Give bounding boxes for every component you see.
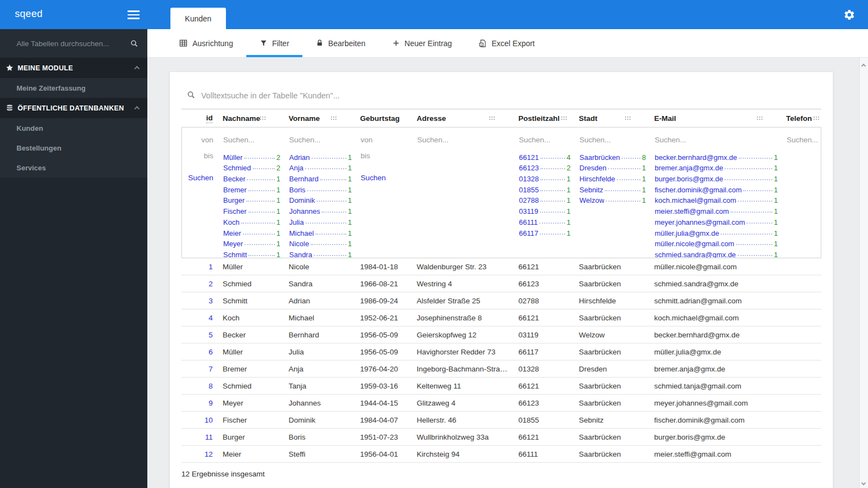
facet-stadt[interactable]: Sebnitz 1 — [579, 183, 646, 194]
facet-email[interactable]: fischer.dominik@gmail.com 1 — [655, 183, 778, 194]
table-row[interactable]: 2SchmiedSandra1966-08-21Westring 466123S… — [181, 275, 821, 292]
scroll-down-icon[interactable] — [861, 481, 866, 485]
sidebar-item-bestellungen[interactable]: Bestellungen — [0, 138, 147, 158]
filter-input-stadt[interactable]: Suchen... — [579, 132, 655, 147]
facet-nachname[interactable]: Schmitt 1 — [223, 248, 280, 258]
table-row[interactable]: 9MeyerJohannes1944-04-15Glitzaweg 466123… — [181, 395, 821, 412]
column-header-telefon[interactable]: Telefon — [786, 114, 821, 123]
column-header-postleitzahl[interactable]: Postleitzahl — [518, 114, 579, 123]
neuer-eintrag-button[interactable]: Neuer Eintrag — [379, 29, 465, 57]
facet-email[interactable]: bremer.anja@gmx.de 1 — [655, 162, 778, 173]
facet-nachname[interactable]: Becker 1 — [223, 172, 280, 183]
column-header-stadt[interactable]: Stadt — [579, 114, 654, 123]
column-header-id[interactable]: id — [181, 114, 223, 123]
filter-suchen-link-geburtstag[interactable]: Suchen — [361, 172, 408, 183]
facet-postleitzahl[interactable]: 66121 4 — [519, 151, 571, 162]
sidebar-search-input[interactable] — [16, 40, 125, 48]
facet-email[interactable]: müller.nicole@gmail.com 1 — [655, 237, 778, 248]
cell-id[interactable]: 9 — [181, 399, 223, 407]
filter-input-adresse[interactable]: Suchen... — [417, 132, 519, 147]
column-header-email[interactable]: E-Mail — [654, 114, 786, 123]
facet-email[interactable]: meier.steffi@gmail.com 1 — [655, 204, 778, 215]
search-icon[interactable] — [130, 39, 139, 48]
table-row[interactable]: 1MüllerNicole1984-01-18Waldenburger Str.… — [181, 258, 821, 275]
cell-id[interactable]: 11 — [181, 433, 223, 441]
facet-vorname[interactable]: Boris 1 — [289, 183, 352, 194]
filter-bis-id[interactable]: bis — [182, 151, 213, 162]
column-header-adresse[interactable]: Adresse — [417, 114, 518, 123]
facet-email[interactable]: schmied.sandra@gmx.de 1 — [655, 248, 778, 258]
ausrichtung-button[interactable]: Ausrichtung — [165, 29, 246, 57]
filter-input-id[interactable]: von — [182, 132, 223, 147]
cell-id[interactable]: 12 — [181, 450, 223, 458]
facet-postleitzahl[interactable]: 01855 1 — [519, 183, 571, 194]
filter-input-vorname[interactable]: Suchen... — [289, 132, 361, 147]
column-header-vorname[interactable]: Vorname — [289, 114, 360, 123]
tab-kunden[interactable]: Kunden — [170, 8, 226, 29]
table-row[interactable]: 7BremerAnja1976-04-20Ingeborg-Bachmann-S… — [181, 361, 821, 378]
hamburger-menu-icon[interactable] — [128, 10, 140, 19]
column-resize-handle-icon[interactable] — [561, 117, 567, 120]
facet-nachname[interactable]: Fischer 1 — [223, 204, 280, 215]
facet-nachname[interactable]: Koch 1 — [223, 215, 280, 226]
facet-stadt[interactable]: Hirschfelde 1 — [579, 172, 646, 183]
filter-suchen-link-id[interactable]: Suchen — [182, 172, 213, 183]
facet-postleitzahl[interactable]: 03119 1 — [519, 204, 571, 215]
column-header-nachname[interactable]: Nachname — [223, 114, 289, 123]
facet-postleitzahl[interactable]: 02788 1 — [519, 194, 571, 205]
column-resize-handle-icon[interactable] — [625, 117, 631, 120]
facet-email[interactable]: müller.julia@gmx.de 1 — [655, 226, 778, 237]
facet-nachname[interactable]: Müller 2 — [223, 151, 280, 162]
facet-stadt[interactable]: Dresden 1 — [579, 162, 646, 173]
facet-vorname[interactable]: Nicole 1 — [289, 237, 352, 248]
facet-vorname[interactable]: Adrian 1 — [289, 151, 352, 162]
vertical-scrollbar[interactable] — [859, 58, 868, 488]
table-row[interactable]: 4KochMichael1952-06-21Josephinenstraße 8… — [181, 309, 821, 326]
filter-input-geburtstag[interactable]: von — [361, 132, 417, 147]
facet-postleitzahl[interactable]: 66117 1 — [519, 226, 571, 237]
column-resize-handle-icon[interactable] — [814, 117, 820, 120]
facet-vorname[interactable]: Anja 1 — [289, 162, 352, 173]
cell-id[interactable]: 3 — [181, 297, 223, 305]
facet-stadt[interactable]: Welzow 1 — [579, 194, 646, 205]
filter-input-postleitzahl[interactable]: Suchen... — [519, 132, 579, 147]
facet-email[interactable]: burger.boris@gmx.de 1 — [655, 172, 778, 183]
facet-postleitzahl[interactable]: 66111 1 — [519, 215, 571, 226]
bearbeiten-button[interactable]: Bearbeiten — [302, 29, 379, 57]
cell-id[interactable]: 1 — [181, 263, 223, 271]
column-resize-handle-icon[interactable] — [331, 117, 337, 120]
cell-id[interactable]: 7 — [181, 365, 223, 373]
excel-export-button[interactable]: x Excel Export — [465, 29, 548, 57]
facet-email[interactable]: meyer.johannes@gmail.com 1 — [655, 215, 778, 226]
table-row[interactable]: 3SchmittAdrian1986-09-24Alsfelder Straße… — [181, 292, 821, 309]
sidebar-item-kunden[interactable]: Kunden — [0, 118, 147, 138]
facet-vorname[interactable]: Johannes 1 — [289, 204, 352, 215]
filter-input-email[interactable]: Suchen... — [655, 132, 787, 147]
cell-id[interactable]: 6 — [181, 348, 223, 356]
sidebar-item-services[interactable]: Services — [0, 158, 147, 178]
cell-id[interactable]: 10 — [181, 416, 223, 424]
fulltext-search-input[interactable] — [201, 91, 821, 100]
facet-vorname[interactable]: Sandra 1 — [289, 248, 352, 258]
facet-nachname[interactable]: Burger 1 — [223, 194, 280, 205]
facet-nachname[interactable]: Bremer 1 — [223, 183, 280, 194]
cell-id[interactable]: 4 — [181, 314, 223, 322]
facet-postleitzahl[interactable]: 66123 2 — [519, 162, 571, 173]
facet-vorname[interactable]: Michael 1 — [289, 226, 352, 237]
column-resize-handle-icon[interactable] — [489, 117, 495, 120]
sidebar-section-meine-module[interactable]: MEINE MODULE — [0, 58, 147, 78]
column-resize-handle-icon[interactable] — [260, 117, 266, 120]
filter-input-nachname[interactable]: Suchen... — [223, 132, 289, 147]
cell-id[interactable]: 2 — [181, 280, 223, 288]
sidebar-item-meine-zeiterfassung[interactable]: Meine Zeiterfassung — [0, 78, 147, 98]
sidebar-section-ffentliche-datenbanken[interactable]: ÖFFENTLICHE DATENBANKEN — [0, 98, 147, 118]
settings-gear-icon[interactable] — [843, 9, 855, 21]
facet-vorname[interactable]: Dominik 1 — [289, 194, 352, 205]
facet-stadt[interactable]: Saarbrücken 8 — [579, 151, 646, 162]
cell-id[interactable]: 5 — [181, 331, 223, 339]
filter-input-telefon[interactable]: Suchen... — [787, 132, 821, 147]
column-resize-handle-icon[interactable] — [757, 117, 763, 120]
facet-nachname[interactable]: Meyer 1 — [223, 237, 280, 248]
table-row[interactable]: 10FischerDominik1984-04-07Hellerstr. 460… — [181, 412, 821, 429]
filter-button[interactable]: Filter — [246, 29, 302, 57]
